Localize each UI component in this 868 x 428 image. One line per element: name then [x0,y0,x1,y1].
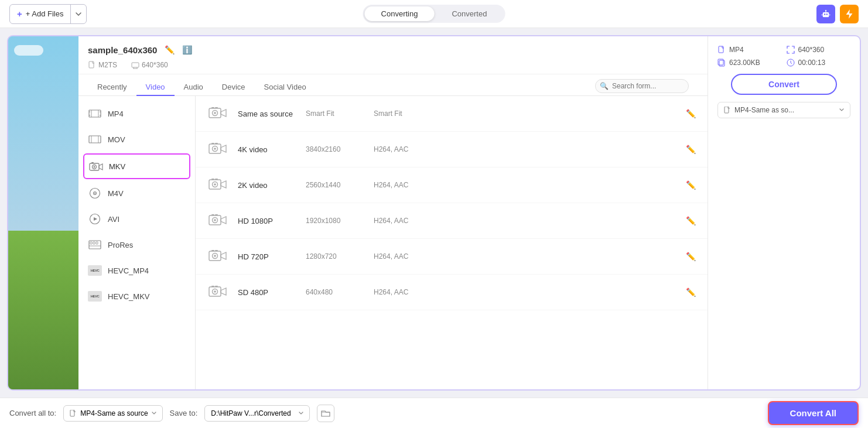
tab-converting[interactable]: Converting [365,6,435,21]
format-type-avi[interactable]: AVI [78,206,195,232]
file-size-stat: 623.00KB [717,59,782,67]
add-files-dropdown-arrow[interactable] [71,5,86,23]
tab-audio[interactable]: Audio [175,79,213,96]
svg-rect-56 [211,250,214,251]
format-type-mp4[interactable]: MP4 [78,101,195,126]
save-to-path-display[interactable]: D:\HitPaw V...r\Converted [204,405,310,422]
same-source-edit-icon[interactable]: ✏️ [686,109,696,118]
source-resolution: 640*360 [142,61,168,69]
add-files-main[interactable]: + + Add Files [10,5,71,23]
svg-rect-29 [90,242,92,244]
add-files-btn[interactable]: + + Add Files [9,4,87,24]
output-format-dropdown[interactable]: MP4-Same as so... [717,102,850,118]
output-format-label: MP4-Same as so... [734,106,794,114]
m4v-icon [88,186,102,200]
format-tabs: Recently Video Audio Device Social Video… [78,74,708,96]
avi-icon [88,212,102,226]
svg-rect-30 [93,242,95,244]
film-strip-icon [88,239,101,250]
4k-camera-icon [207,139,228,160]
svg-rect-10 [89,110,101,117]
file-icon [88,61,96,69]
source-format-item: M2TS [88,61,117,69]
file-header-icons: ✏️ ℹ️ [163,43,193,56]
format-type-prores[interactable]: ProRes [78,232,195,258]
svg-rect-42 [215,143,218,144]
bolt-icon-btn[interactable] [840,5,859,23]
2k-edit-icon[interactable]: ✏️ [686,180,696,190]
hd720-camera-icon [207,246,228,267]
hd720-edit-icon[interactable]: ✏️ [686,252,696,261]
format-type-hevc-mkv[interactable]: HEVC HEVC_MKV [78,283,195,309]
file-meta-bar: M2TS 640*360 [78,61,708,74]
search-input[interactable] [595,79,689,93]
format-option-4k[interactable]: 4K video 3840x2160 H264, AAC ✏️ [196,132,708,167]
plus-icon: + [17,9,22,19]
output-res-value: 640*360 [798,46,825,54]
source-format: M2TS [98,61,117,69]
format-body: MP4 MOV [78,96,708,389]
convert-all-button[interactable]: Convert All [768,401,859,425]
hevc-mp4-label: HEVC_MP4 [108,266,149,275]
tab-converted[interactable]: Converted [435,6,503,21]
file-size-value: 623.00KB [729,59,760,67]
info-button[interactable]: ℹ️ [180,43,193,56]
svg-point-50 [214,219,216,221]
resolution-icon [131,61,139,69]
browse-folder-button[interactable] [317,405,334,422]
4k-res: 3840x2160 [306,145,364,153]
convert-button[interactable]: Convert [731,74,838,95]
file-stats: MP4 640*360 623.00KB [717,46,850,67]
format-type-m4v[interactable]: M4V [78,180,195,206]
format-type-mov[interactable]: MOV [78,126,195,152]
lightning-icon [845,9,854,19]
tab-recently[interactable]: Recently [88,79,136,96]
4k-edit-icon[interactable]: ✏️ [686,145,696,154]
hd1080-edit-icon[interactable]: ✏️ [686,216,696,225]
format-option-hd1080[interactable]: HD 1080P 1920x1080 H264, AAC ✏️ [196,203,708,239]
video-camera-sd480-icon [209,284,227,300]
format-option-2k[interactable]: 2K video 2560x1440 H264, AAC ✏️ [196,167,708,203]
format-option-sd480[interactable]: SD 480P 640x480 H264, AAC ✏️ [196,275,708,310]
svg-point-45 [214,183,216,186]
film-icon [88,108,101,119]
svg-point-26 [94,193,95,194]
svg-rect-63 [719,46,723,53]
svg-point-4 [825,9,826,11]
svg-rect-37 [215,107,218,108]
convert-all-dropdown-arrow-icon [152,412,156,415]
disc-icon [89,187,101,199]
duration-stat: 00:00:13 [787,59,851,67]
robot-icon: on [821,9,831,19]
mkv-icon [89,159,103,173]
format-option-hd720[interactable]: HD 720P 1280x720 H264, AAC ✏️ [196,239,708,275]
mp4-label: MP4 [108,109,124,118]
format-option-same-as-source[interactable]: Same as source Smart Fit Smart Fit ✏️ [196,96,708,132]
mov-label: MOV [108,135,125,144]
search-icon: 🔍 [600,82,609,90]
svg-rect-31 [96,242,98,244]
edit-name-button[interactable]: ✏️ [163,43,176,56]
main-content: sample_640x360 ✏️ ℹ️ M2TS [0,28,868,398]
camera-icon [89,160,103,172]
format-type-mkv[interactable]: MKV [83,153,190,179]
tab-social-video[interactable]: Social Video [255,79,316,96]
svg-rect-41 [211,143,214,144]
hevc-mp4-icon: HEVC [88,263,102,278]
svg-point-22 [94,166,95,168]
sd480-edit-icon[interactable]: ✏️ [686,287,696,297]
hevc-mkv-icon: HEVC [88,289,102,303]
svg-rect-9 [132,63,139,67]
tab-device[interactable]: Device [213,79,255,96]
prores-icon [88,238,102,252]
tab-video[interactable]: Video [136,79,175,96]
svg-rect-1 [824,13,825,15]
robot-icon-btn[interactable]: on [816,5,835,23]
format-type-hevc-mp4[interactable]: HEVC HEVC_MP4 [78,258,195,283]
same-source-res: Smart Fit [306,109,364,118]
convert-all-format-dropdown[interactable]: MP4-Same as source [63,405,162,422]
convert-all-format-value: MP4-Same as source [80,409,148,417]
output-format-file-icon [724,107,731,114]
video-camera-icon [209,105,227,122]
svg-rect-62 [215,286,218,287]
